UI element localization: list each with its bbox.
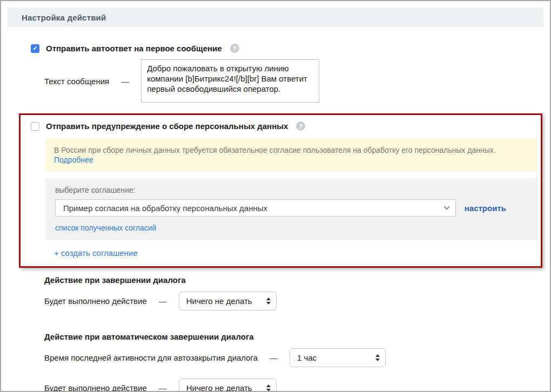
auto-finish-action-select[interactable]: Ничего не делать — [179, 379, 277, 392]
action-label: Будет выполнено действие — [44, 296, 147, 306]
auto-close-time-select[interactable]: 1 час — [290, 348, 386, 367]
dash-separator: — — [159, 296, 167, 306]
dash-separator: — — [121, 77, 129, 86]
auto-close-time-label: Время последней активности для автозакры… — [44, 353, 258, 362]
help-icon[interactable]: ? — [296, 121, 305, 131]
agreement-select-row: Пример согласия на обработку персональны… — [55, 199, 528, 217]
dialog-finish-heading: Действие при завершении диалога — [44, 275, 550, 285]
select-spinner-icon — [266, 298, 271, 305]
agreement-select[interactable]: Пример согласия на обработку персональны… — [55, 199, 456, 217]
dialog-finish-action-row: Будет выполнено действие — Ничего не дел… — [44, 292, 550, 310]
personal-data-row: Отправить предупреждение о сборе персона… — [31, 121, 537, 131]
agreement-selected-value: Пример согласия на обработку персональны… — [63, 204, 267, 213]
configure-agreement-link[interactable]: настроить — [465, 204, 528, 213]
action-label: Будет выполнено действие — [44, 383, 147, 392]
personal-data-label: Отправить предупреждение о сборе персона… — [46, 121, 288, 131]
create-agreement-link[interactable]: + создать соглашение — [54, 248, 138, 258]
select-spinner-icon — [266, 384, 271, 391]
auto-close-time-row: Время последней активности для автозакры… — [44, 348, 550, 367]
autoreply-label: Отправить автоответ на первое сообщение — [46, 44, 222, 53]
autoreply-checkbox[interactable]: ✓ — [31, 44, 39, 53]
personal-data-highlight-box: Отправить предупреждение о сборе персона… — [19, 113, 542, 268]
personal-data-checkbox[interactable] — [31, 122, 39, 131]
message-text-row: Текст сообщения — Добро пожаловать в отк… — [44, 59, 550, 103]
settings-page: Настройка действий ✓ Отправить автоответ… — [0, 0, 551, 392]
dash-separator: — — [159, 383, 167, 392]
help-icon[interactable]: ? — [230, 44, 239, 53]
chevron-down-icon — [444, 204, 449, 209]
auto-finish-heading: Действие при автоматическом завершении д… — [44, 332, 550, 341]
check-icon: ✓ — [32, 45, 37, 52]
action-selected-value: Ничего не делать — [186, 296, 252, 306]
page-title: Настройка действий — [22, 13, 106, 22]
notice-text: В России при сборе личных данных требует… — [54, 146, 496, 154]
auto-finish-action-row: Будет выполнено действие — Ничего не дел… — [44, 379, 550, 392]
russia-consent-notice: В России при сборе личных данных требует… — [45, 138, 537, 172]
time-selected-value: 1 час — [297, 353, 317, 362]
agreement-select-label: выберите соглашение: — [55, 186, 528, 194]
action-selected-value: Ничего не делать — [186, 383, 252, 392]
select-spinner-icon — [375, 354, 380, 361]
dialog-finish-action-select[interactable]: Ничего не делать — [179, 292, 277, 310]
autoreply-row: ✓ Отправить автоответ на первое сообщени… — [31, 44, 550, 53]
message-text-input[interactable]: Добро пожаловать в открытую линию компан… — [141, 59, 319, 103]
notice-more-link[interactable]: Подробнее — [54, 156, 93, 164]
received-consents-link[interactable]: список полученных согласий — [55, 224, 156, 232]
agreement-panel: выберите соглашение: Пример согласия на … — [45, 178, 537, 240]
dash-separator: — — [270, 353, 278, 362]
message-text-label: Текст сообщения — [44, 77, 109, 86]
section-header: Настройка действий — [8, 8, 543, 27]
